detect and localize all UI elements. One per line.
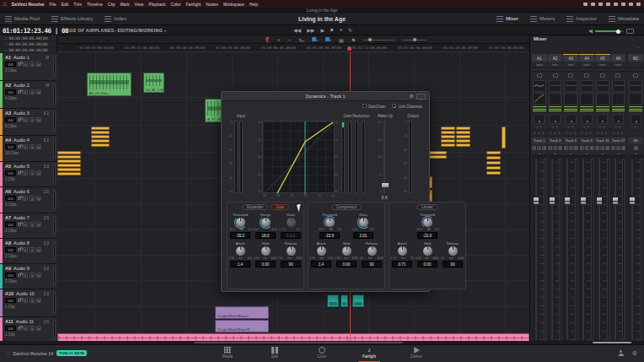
knob-value[interactable]: -21.0 — [417, 232, 437, 239]
strip-dynamics-graph[interactable] — [549, 93, 562, 105]
trim-tool-icon[interactable]: + — [277, 37, 281, 42]
strip-m-button[interactable]: M — [542, 146, 546, 150]
strip-s-button[interactable]: S — [616, 146, 620, 150]
strip-eq-graph[interactable] — [629, 80, 642, 92]
search-icon[interactable] — [629, 3, 633, 6]
speaker-icon[interactable] — [589, 30, 593, 34]
clip-yellow-17[interactable] — [441, 139, 455, 143]
track-r-button[interactable]: R — [23, 247, 28, 252]
knob-value[interactable]: 1.4 — [311, 261, 331, 267]
selection-tool-icon[interactable] — [266, 36, 271, 43]
strip-input-select[interactable]: Input — [548, 62, 563, 68]
clip-yellow-7[interactable] — [91, 143, 110, 147]
strip-tab[interactable]: A1 — [532, 54, 547, 62]
track-s-button[interactable]: S — [30, 273, 35, 278]
strip-pan-pad[interactable] — [628, 112, 643, 125]
loop-button[interactable]: ↻ — [348, 27, 352, 33]
track-header-A4[interactable]: A4Audio 45.10.0RSM10 Clips — [0, 136, 57, 162]
settings-gear-icon[interactable]: ⚙ — [632, 350, 637, 357]
track-s-button[interactable]: S — [30, 89, 35, 95]
knob-dial[interactable] — [342, 246, 352, 256]
track-header-A7[interactable]: A7Audio 72.00.0RSM2 Clips — [0, 213, 57, 239]
clip-yellow-5[interactable] — [91, 135, 110, 138]
strip-m-button[interactable]: M — [605, 146, 609, 150]
track-s-button[interactable]: S — [30, 144, 35, 149]
record-button[interactable]: ● — [340, 27, 343, 33]
knob-value[interactable]: 93 — [281, 261, 301, 267]
track-r-button[interactable]: R — [23, 326, 28, 331]
knob-dial[interactable] — [423, 218, 432, 227]
clip-purple-37[interactable]: 1 Light Wind Wisps.L — [215, 306, 269, 319]
strip-input-select[interactable]: Input — [563, 62, 578, 68]
lock-icon[interactable] — [18, 90, 21, 94]
lock-icon[interactable] — [18, 171, 21, 175]
menu-nodes[interactable]: Nodes — [206, 2, 217, 7]
mixer-strip-M1[interactable]: M11M1M~0.0 — [628, 54, 643, 343]
strip-s-button[interactable]: S — [600, 146, 604, 150]
toolbar-button-effects-library[interactable]: Effects Library — [51, 16, 93, 22]
clip-yellow-3[interactable] — [91, 127, 110, 130]
link-channels-checkbox[interactable]: ✓Link Channels — [392, 104, 422, 109]
track-gain-value[interactable]: 0.0 — [5, 222, 16, 227]
clip-color-tool[interactable]: ▾ — [312, 37, 318, 42]
track-r-button[interactable]: R — [23, 117, 28, 122]
strip-eq-graph[interactable] — [580, 80, 593, 92]
clip-yellow-8[interactable] — [57, 151, 81, 154]
knob-dial[interactable] — [448, 246, 458, 256]
clip-yellow-6[interactable] — [91, 139, 110, 143]
strip-input-select[interactable]: Input — [611, 62, 626, 68]
mixer-strip-A5[interactable]: A5Input1 21 2 3Track 15RSM~0.0 — [595, 54, 610, 343]
track-m-button[interactable]: M — [36, 62, 41, 67]
toolbar-button-media-pool[interactable]: Media Pool — [5, 16, 40, 22]
timeline-scroll-thumb[interactable] — [194, 342, 403, 343]
knob-dial[interactable] — [359, 218, 368, 227]
strip-eq-graph[interactable] — [596, 80, 609, 92]
track-header-A6[interactable]: A6Audio 62.00.0RSM3 Clips — [0, 187, 57, 213]
track-s-button[interactable]: S — [30, 117, 35, 122]
strip-fader[interactable] — [532, 155, 547, 343]
lock-icon[interactable] — [18, 248, 21, 251]
strip-tab[interactable]: A6 — [611, 54, 626, 62]
strip-pan-pad[interactable] — [532, 112, 547, 125]
clip-yellow-14[interactable] — [441, 127, 455, 130]
track-m-button[interactable]: M — [36, 222, 41, 227]
zoom-slider-vertical[interactable] — [403, 40, 427, 41]
strip-s-button[interactable]: S — [537, 146, 541, 150]
strip-s-button[interactable]: S — [553, 146, 557, 150]
strip-pan-pad[interactable] — [611, 112, 626, 125]
menu-workspace[interactable]: Workspace — [223, 2, 244, 7]
track-gain-value[interactable]: 0.0 — [5, 62, 16, 67]
track-m-button[interactable]: M — [36, 247, 41, 252]
knob-dial[interactable] — [423, 246, 432, 256]
knob-value[interactable]: 0.71 — [392, 261, 412, 267]
dialog-title-bar[interactable]: Dynamics - Track 1 ⚙ ⋯ — [222, 92, 429, 101]
clip-purple-38[interactable]: 1 Light Wind Wisps.R — [215, 320, 269, 332]
makeup-slider-handle[interactable] — [381, 182, 389, 188]
lock-icon[interactable] — [18, 197, 21, 200]
clip-yellow-20[interactable] — [456, 131, 470, 134]
track-header-A8[interactable]: A8Audio 82.00.0RSM3 Clips — [0, 239, 57, 264]
strip-effect-slot[interactable] — [595, 72, 610, 79]
track-header-A1[interactable]: A1Audio 1M0.0RSM3 Clips — [0, 53, 57, 81]
section-tab-gate[interactable]: Gate — [271, 204, 289, 210]
strip-dynamics-graph[interactable] — [596, 93, 609, 105]
mixer-options-icon[interactable]: ⋯ — [636, 44, 641, 50]
fade-tool-icon[interactable]: ~ — [288, 37, 292, 42]
track-header-A5[interactable]: A5Audio 52.00.0RSM1 Clip — [0, 162, 57, 187]
page-tab-deliver[interactable]: Deliver — [402, 345, 431, 362]
strip-input-select[interactable]: Input — [532, 62, 547, 68]
strip-effect-slot[interactable] — [548, 72, 563, 79]
strip-pan-pad[interactable] — [548, 112, 563, 125]
knob-value[interactable]: 0.00 — [336, 261, 357, 267]
lock-icon[interactable] — [18, 62, 21, 66]
track-s-button[interactable]: S — [30, 222, 35, 227]
track-s-button[interactable]: S — [30, 170, 35, 176]
mixer-scroll-thumb[interactable] — [593, 342, 631, 343]
strip-dynamics-graph[interactable] — [612, 93, 625, 105]
strip-m-button[interactable]: M — [558, 146, 562, 150]
strip-eq-graph[interactable] — [549, 80, 562, 92]
toolbar-button-index[interactable]: Index — [105, 16, 126, 22]
strip-fader[interactable] — [579, 155, 594, 343]
track-header-A10[interactable]: A10Audio 102.00.0RSM1 Clip — [0, 289, 57, 317]
mixer-strip-A4[interactable]: A4Input1 21 2 3Track 9RSM~0.0 — [579, 54, 594, 343]
